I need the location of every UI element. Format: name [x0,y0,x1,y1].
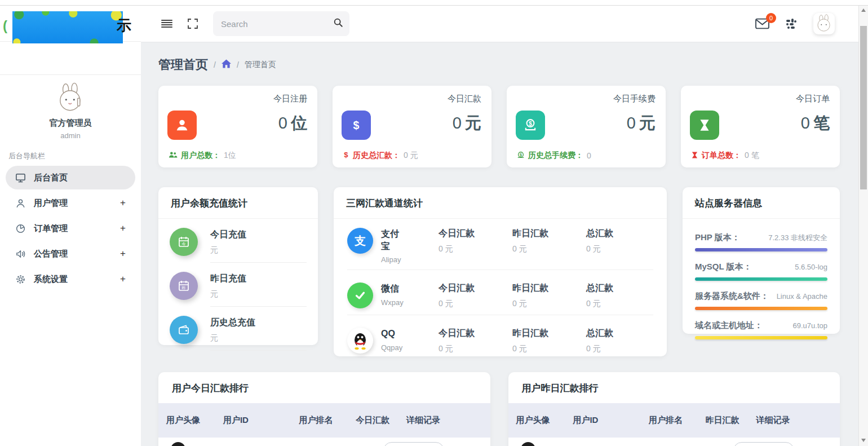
svg-text:$: $ [520,152,522,157]
progress-bar [695,277,827,281]
search-icon[interactable] [333,17,343,30]
channel-stat-label: 今日汇款 [439,328,506,339]
sidebar-item-label: 订单管理 [34,223,68,234]
scroll-down-arrow-icon[interactable] [859,436,868,445]
admin-name: 官方管理员 [0,118,141,129]
detail-record-button[interactable] [733,442,794,446]
avatar[interactable] [813,13,835,34]
server-row-os: 服务器系统&软件：Linux & Apache [695,291,827,310]
user-avatar [171,442,185,446]
fullscreen-icon[interactable] [187,18,198,29]
stat-footer-value: 1位 [224,151,236,161]
recharge-label: 昨日充值 [210,273,307,285]
breadcrumb-separator: / [237,60,239,69]
expand-plus-icon[interactable]: + [120,223,126,234]
home-icon[interactable] [222,59,231,70]
hourglass-icon [691,151,698,161]
sidebar: ( 示 官方管理员 admin 后台导航栏 后台首页 [0,6,141,446]
channel-stat-label: 昨日汇款 [512,282,579,294]
channel-sub: Alipay [381,255,407,264]
sidebar-item-settings[interactable]: 系统设置 + [6,267,135,291]
channel-stat-value: 0 元 [439,244,506,254]
channel-row-alipay: 支 支付宝 Alipay 今日汇款0 元 昨日汇款0 元 总汇款0 元 [334,219,667,273]
svg-text:$: $ [344,151,348,159]
card-title: 站点服务器信息 [683,187,840,219]
sidebar-item-label: 系统设置 [34,274,68,285]
mail-button[interactable]: 0 [755,18,769,29]
search-input[interactable] [221,19,333,29]
wechat-icon [347,282,373,308]
channel-stat-label: 总汇款 [586,282,653,294]
channel-row-wechat: 微信 Wxpay 今日汇款0 元 昨日汇款0 元 总汇款0 元 [334,273,667,319]
svg-text:昨: 昨 [182,286,186,290]
stat-footer: 订单总数： 0 笔 [691,151,759,161]
scroll-up-arrow-icon[interactable] [859,6,868,15]
breadcrumb-current: 管理首页 [245,60,276,70]
table-header-row: 用户头像 用户ID 用户排名 今日汇款 详细记录 [158,403,490,438]
channel-stat-label: 昨日汇款 [512,328,579,339]
expand-plus-icon[interactable]: + [120,197,126,209]
column-header: 昨日汇款 [706,415,756,426]
apps-grid-button[interactable] [785,17,798,30]
recharge-label: 历史总充值 [210,317,307,329]
logo-banner-image [12,11,123,43]
sidebar-item-dashboard[interactable]: 后台首页 [6,166,135,189]
channel-name: 微信 [381,282,407,295]
expand-plus-icon[interactable]: + [120,273,126,285]
vertical-scrollbar[interactable] [858,6,868,446]
column-header: 今日汇款 [356,415,406,426]
ranking-row: 用户今日汇款排行 用户头像 用户ID 用户排名 今日汇款 详细记录 用户昨日汇款… [158,372,840,446]
alipay-icon: 支 [347,228,373,254]
list-item: 昨 昨日充值 元 [158,263,318,307]
admin-profile: 官方管理员 admin [0,75,141,140]
stat-card-fees: 今日手续费 0元 $ $ 历史总手续费： 0 [507,86,666,167]
dollar-icon: $ [343,151,349,161]
stat-title: 今日手续费 [517,94,656,104]
stat-cards-row: 今日注册 0位 用户总数： 1位 今日汇款 0元 $ $ 历史总汇款： 0 元 [158,86,840,167]
server-label: PHP 版本： [695,232,740,243]
recharge-stats-card: 用户余额充值统计 今 今日充值 元 昨 昨日充值 元 [158,187,318,345]
stat-title: 今日汇款 [343,94,481,104]
sidebar-item-label: 用户管理 [34,198,68,209]
today-ranking-table: 用户今日汇款排行 用户头像 用户ID 用户排名 今日汇款 详细记录 [158,372,490,446]
channel-sub: Qqpay [381,343,407,352]
column-header: 用户ID [223,415,299,426]
server-value: Linux & Apache [777,292,827,301]
calendar-yesterday-icon: 昨 [170,272,198,300]
window-top-strip [0,0,868,6]
sidebar-item-users[interactable]: 用户管理 + [6,191,135,215]
column-header: 详细记录 [756,415,832,426]
qq-icon [347,328,373,354]
stat-footer-label: 用户总数： [181,151,220,161]
channel-stat-value: 0 元 [586,299,653,309]
middle-row: 用户余额充值统计 今 今日充值 元 昨 昨日充值 元 [158,187,840,356]
progress-bar [695,307,827,310]
wallet-icon [170,316,198,344]
stat-card-registrations: 今日注册 0位 用户总数： 1位 [158,86,317,167]
card-title: 用户今日汇款排行 [158,372,490,403]
server-label: 域名或主机地址： [695,320,763,331]
expand-plus-icon[interactable]: + [120,248,126,259]
stat-footer: $ 历史总汇款： 0 元 [343,151,418,161]
table-header-row: 用户头像 用户ID 用户排名 昨日汇款 详细记录 [508,403,840,438]
avatar[interactable] [54,82,87,114]
sidebar-item-announcements[interactable]: 公告管理 + [6,242,135,266]
coin-icon: $ [517,151,525,161]
table-row [508,438,840,446]
detail-record-button[interactable] [383,442,444,446]
stat-footer-label: 历史总手续费： [528,151,583,161]
channel-stat-value: 0 元 [512,244,579,254]
yesterday-ranking-table: 用户昨日汇款排行 用户头像 用户ID 用户排名 昨日汇款 详细记录 [508,372,840,446]
table-row [158,438,490,446]
card-title: 三网汇款通道统计 [334,187,667,219]
channel-stat-value: 0 元 [512,344,579,354]
stat-footer: 用户总数： 1位 [169,151,236,161]
sidebar-item-orders[interactable]: 订单管理 + [6,217,135,240]
recharge-value: 元 [210,245,307,255]
scrollbar-thumb[interactable] [860,26,867,189]
sidebar-logo-area: ( 示 [0,6,141,42]
sidebar-divider [0,42,141,75]
hamburger-menu-icon[interactable] [161,20,172,28]
server-value: 69.u7u.top [793,321,827,330]
server-value: 5.6.50-log [795,263,827,271]
